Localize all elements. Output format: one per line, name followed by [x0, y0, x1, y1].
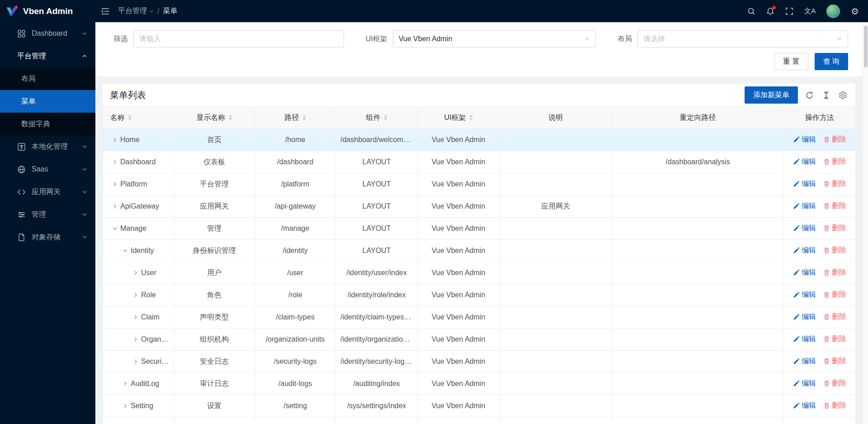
edit-button[interactable]: 编辑 [793, 179, 816, 189]
edit-button[interactable]: 编辑 [793, 268, 816, 277]
edit-button[interactable]: 编辑 [793, 312, 816, 322]
translate-icon[interactable]: 文A [799, 0, 821, 22]
column-header-name[interactable]: 名称 [103, 107, 174, 129]
chevron-down-icon [82, 234, 87, 240]
column-header-display-name[interactable]: 显示名称 [174, 107, 255, 129]
avatar[interactable] [821, 0, 845, 22]
cell-display-name: 管理 [174, 218, 255, 240]
expand-row-icon[interactable] [133, 292, 138, 298]
edit-button[interactable]: 编辑 [793, 246, 816, 255]
column-header-path[interactable]: 路径 [255, 107, 336, 129]
expand-row-icon[interactable] [133, 314, 138, 320]
delete-button[interactable]: 删除 [823, 290, 846, 300]
expand-row-icon[interactable] [133, 359, 138, 364]
expand-row-icon[interactable] [112, 181, 118, 187]
expand-row-icon[interactable] [123, 403, 128, 409]
sidebar-item-data-dictionary[interactable]: 数据字典 [0, 113, 95, 135]
cell-actions: 编辑删除 [784, 329, 856, 351]
edit-button[interactable]: 编辑 [793, 357, 816, 366]
edit-button[interactable]: 编辑 [793, 401, 816, 410]
app-logo[interactable]: Vben Admin [0, 0, 95, 22]
refresh-icon[interactable] [804, 90, 815, 100]
cell-path: /identity [255, 240, 336, 262]
sort-icon[interactable] [469, 115, 473, 120]
edit-button[interactable]: 编辑 [793, 201, 816, 211]
filter-framework-select[interactable]: Vue Vben Admin [393, 30, 596, 48]
sort-icon[interactable] [302, 115, 306, 120]
expand-row-icon[interactable] [112, 159, 118, 165]
table-row-security[interactable]: Security...安全日志/security-logs/identity/s… [103, 351, 856, 373]
table-row-role[interactable]: Role角色/role/identity/role/indexVue Vben … [103, 284, 856, 306]
filter-layout-select[interactable]: 请选择 [637, 30, 848, 48]
collapse-row-icon[interactable] [123, 248, 128, 253]
sort-icon[interactable] [384, 115, 387, 120]
table-row-auditlog[interactable]: AuditLog审计日志/audit-logs/auditing/indexVu… [103, 373, 856, 395]
sidebar-item-layout[interactable]: 布局 [0, 67, 95, 90]
edit-button[interactable]: 编辑 [793, 334, 816, 344]
sort-icon[interactable] [229, 115, 232, 120]
expand-row-icon[interactable] [133, 337, 138, 342]
edit-button[interactable]: 编辑 [793, 290, 816, 300]
sidebar-item-menu[interactable]: 菜单 [0, 90, 95, 113]
delete-button[interactable]: 删除 [823, 246, 846, 255]
delete-button[interactable]: 删除 [823, 401, 846, 410]
expand-row-icon[interactable] [133, 270, 138, 276]
query-button[interactable]: 查 询 [815, 53, 848, 70]
edit-button[interactable]: 编辑 [793, 157, 816, 167]
add-menu-button[interactable]: 添加新菜单 [745, 86, 798, 104]
filter-keyword-label: 筛选 [113, 34, 133, 44]
page-scrollbar[interactable] [863, 22, 868, 424]
breadcrumb-platform-management[interactable]: 平台管理 [118, 6, 154, 16]
filter-keyword-input[interactable]: 请输入 [133, 30, 344, 48]
table-row-home[interactable]: Home首页/home/dashboard/welcome/in...Vue V… [103, 129, 856, 151]
table-row-claim[interactable]: Claim声明类型/claim-types/identity/claim-typ… [103, 306, 856, 329]
row-height-icon[interactable] [821, 90, 831, 100]
topbar-actions: 文A ⚙ [742, 0, 864, 22]
settings-gear-icon[interactable]: ⚙ [845, 0, 864, 22]
fullscreen-icon[interactable] [780, 0, 799, 22]
column-header-component[interactable]: 组件 [336, 107, 418, 129]
cell-framework: Vue Vben Admin [418, 284, 500, 306]
table-row-identity[interactable]: Identity身份标识管理/identityLAYOUTVue Vben Ad… [103, 240, 856, 262]
edit-button[interactable]: 编辑 [793, 379, 816, 388]
sidebar-item-localization[interactable]: 本地化管理 [0, 135, 95, 158]
delete-button[interactable]: 删除 [823, 334, 846, 344]
table-row-apigateway[interactable]: ApiGateway应用网关/api-gatewayLAYOUTVue Vben… [103, 195, 856, 218]
delete-button[interactable]: 删除 [823, 224, 846, 233]
scrollbar-thumb[interactable] [864, 26, 868, 67]
table-row-organiz[interactable]: Organiz...组织机构/organization-units/identi… [103, 329, 856, 351]
reset-button[interactable]: 重 置 [774, 53, 808, 70]
collapse-row-icon[interactable] [112, 226, 118, 231]
sidebar-item-dashboard[interactable]: Dashboard [0, 22, 95, 45]
delete-button[interactable]: 删除 [823, 135, 846, 144]
sort-icon[interactable] [128, 115, 132, 120]
search-icon[interactable] [742, 0, 761, 22]
delete-button[interactable]: 删除 [823, 268, 846, 277]
delete-button[interactable]: 删除 [823, 357, 846, 366]
sidebar-item-manage[interactable]: 管理 [0, 203, 95, 226]
table-row-user[interactable]: User用户/user/identity/user/indexVue Vben … [103, 262, 856, 284]
sidebar-item-platform-management[interactable]: 平台管理 [0, 45, 95, 67]
expand-row-icon[interactable] [112, 137, 118, 143]
table-row-manage[interactable]: Manage管理/manageLAYOUTVue Vben Admin编辑删除 [103, 218, 856, 240]
table-row-dashboard[interactable]: Dashboard仪表板/dashboardLAYOUTVue Vben Adm… [103, 151, 856, 173]
cell-framework: Vue Vben Admin [418, 262, 500, 284]
edit-button[interactable]: 编辑 [793, 224, 816, 233]
sidebar-fold-icon[interactable] [95, 0, 115, 22]
table-row-platform[interactable]: Platform平台管理/platformLAYOUTVue Vben Admi… [103, 173, 856, 195]
sidebar-item-api-gateway[interactable]: 应用网关 [0, 181, 95, 203]
sidebar-item-saas[interactable]: Saas [0, 158, 95, 181]
delete-button[interactable]: 删除 [823, 179, 846, 189]
delete-button[interactable]: 删除 [823, 157, 846, 167]
expand-row-icon[interactable] [123, 381, 128, 386]
delete-button[interactable]: 删除 [823, 201, 846, 211]
sidebar-item-object-storage[interactable]: 对象存储 [0, 226, 95, 248]
column-settings-icon[interactable] [838, 90, 848, 100]
edit-button[interactable]: 编辑 [793, 135, 816, 144]
delete-button[interactable]: 删除 [823, 379, 846, 388]
column-header-framework[interactable]: UI框架 [418, 107, 500, 129]
expand-row-icon[interactable] [112, 204, 118, 209]
notification-bell-icon[interactable] [761, 0, 780, 22]
table-row-setting[interactable]: Setting设置/setting/sys/settings/indexVue … [103, 395, 856, 417]
delete-button[interactable]: 删除 [823, 312, 846, 322]
